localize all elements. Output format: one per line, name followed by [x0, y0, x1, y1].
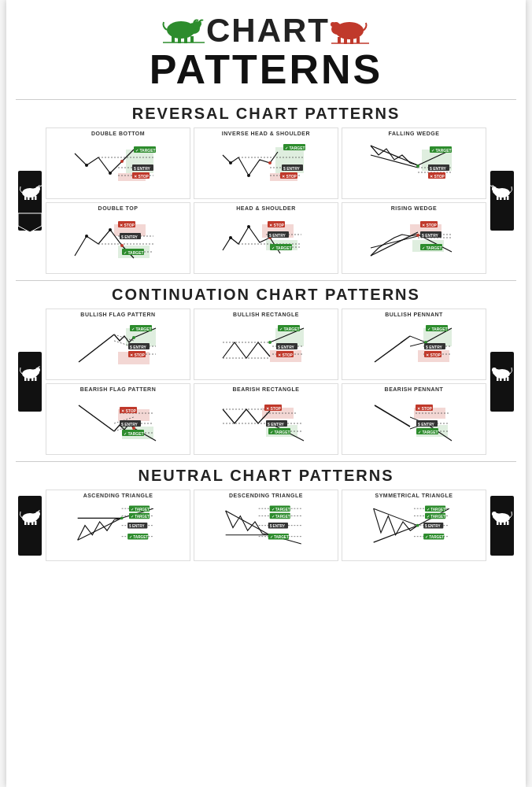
svg-rect-2: [172, 36, 175, 42]
svg-text:$ ENTRY: $ ENTRY: [278, 345, 295, 349]
bull-left-reversal: [16, 169, 44, 232]
svg-text:$ ENTRY: $ ENTRY: [426, 345, 443, 349]
rising-wedge-label: RISING WEDGE: [345, 205, 483, 211]
svg-rect-284: [497, 521, 499, 525]
svg-point-88: [247, 225, 250, 228]
svg-text:✓ TARGET: ✓ TARGET: [131, 515, 150, 519]
svg-text:✕ STOP: ✕ STOP: [417, 406, 433, 411]
svg-text:✓ TARGET: ✓ TARGET: [431, 148, 452, 153]
svg-text:$ ENTRY: $ ENTRY: [268, 422, 285, 427]
bear-right-reversal: [488, 169, 516, 232]
pattern-double-top: DOUBLE TOP ✕ STOP $ ENTRY: [46, 202, 190, 274]
bearish-pennant-label: BEARISH PENNANT: [345, 386, 483, 392]
svg-text:$ ENTRY: $ ENTRY: [425, 524, 441, 528]
pattern-descending-triangle: DESCENDING TRIANGLE ✓ TARGET: [194, 490, 338, 561]
svg-text:✓ TARGET: ✓ TARGET: [418, 430, 438, 434]
pattern-bullish-rectangle: BULLISH RECTANGLE ✓ TARGET $: [194, 309, 338, 380]
pattern-bearish-rectangle: BEARISH RECTANGLE ✕ STOP: [194, 383, 338, 455]
svg-point-16: [331, 22, 335, 27]
svg-rect-223: [507, 377, 509, 381]
svg-rect-220: [497, 377, 499, 381]
bear-icon: [330, 13, 373, 48]
title-chart: CHART: [206, 14, 330, 47]
pattern-falling-wedge: FALLING WEDGE ✓ TARGET $ ENTRY: [342, 127, 486, 199]
inverse-head-shoulder-label: INVERSE HEAD & SHOULDER: [197, 131, 335, 136]
svg-text:✕ STOP: ✕ STOP: [121, 408, 137, 413]
svg-text:✕ STOP: ✕ STOP: [282, 174, 297, 179]
bear-right-neutral: [488, 494, 516, 557]
svg-text:✕ STOP: ✕ STOP: [426, 353, 441, 357]
bull-icon: [159, 13, 206, 49]
svg-rect-123: [31, 377, 34, 381]
svg-text:$ ENTRY: $ ENTRY: [422, 233, 439, 238]
svg-text:$ ENTRY: $ ENTRY: [134, 166, 151, 171]
svg-text:$ ENTRY: $ ENTRY: [430, 166, 447, 171]
neutral-grid: ASCENDING TRIANGLE ✓ TARGET: [16, 490, 516, 561]
svg-text:$ ENTRY: $ ENTRY: [269, 233, 286, 238]
svg-rect-110: [490, 171, 514, 231]
svg-rect-115: [504, 196, 506, 200]
bull-left-neutral: [16, 494, 44, 557]
reversal-patterns-inner: DOUBLE BOTTOM: [46, 127, 486, 274]
svg-point-74: [109, 228, 112, 231]
ascending-triangle-label: ASCENDING TRIANGLE: [49, 493, 187, 498]
svg-rect-231: [35, 521, 37, 525]
continuation-section-title: CONTINUATION CHART PATTERNS: [16, 280, 516, 304]
svg-point-7: [198, 21, 201, 26]
double-bottom-label: DOUBLE BOTTOM: [49, 131, 187, 136]
pattern-ascending-triangle: ASCENDING TRIANGLE ✓ TARGET: [46, 490, 190, 561]
svg-point-32: [85, 164, 88, 167]
svg-rect-118: [18, 352, 42, 412]
svg-line-203: [375, 405, 410, 427]
svg-text:✓ TARGET: ✓ TARGET: [124, 250, 144, 255]
pattern-inverse-head-shoulder: INVERSE HEAD & SHOULDER ✓ TARGET: [194, 127, 338, 199]
svg-text:✓ TARGET: ✓ TARGET: [427, 515, 445, 519]
svg-rect-14: [357, 37, 360, 43]
svg-text:$ ENTRY: $ ENTRY: [270, 524, 286, 528]
svg-point-232: [35, 512, 40, 516]
svg-point-240: [120, 516, 124, 519]
svg-text:✓ TARGET: ✓ TARGET: [272, 508, 290, 512]
svg-point-48: [268, 161, 272, 164]
pattern-bullish-pennant: BULLISH PENNANT ✓ TARGET: [342, 309, 486, 380]
svg-rect-225: [18, 496, 42, 556]
pattern-head-shoulder: HEAD & SHOULDER ✕ STOP $ ENTRY: [194, 202, 338, 274]
svg-rect-114: [500, 196, 502, 200]
svg-text:✕ STOP: ✕ STOP: [120, 223, 135, 227]
pattern-symmetrical-triangle: SYMMETRICAL TRIANGLE ✓ TARGET: [342, 490, 486, 561]
svg-text:✓ TARGET: ✓ TARGET: [131, 327, 152, 331]
continuation-patterns-inner: BULLISH FLAG PATTERN: [46, 309, 486, 455]
svg-rect-23: [31, 196, 34, 200]
svg-text:✓ TARGET: ✓ TARGET: [272, 515, 290, 519]
svg-rect-124: [35, 377, 37, 381]
svg-text:✕ STOP: ✕ STOP: [422, 223, 438, 227]
bullish-rectangle-label: BULLISH RECTANGLE: [197, 312, 335, 317]
continuation-grid: BULLISH FLAG PATTERN: [16, 309, 516, 455]
svg-line-56: [371, 146, 418, 165]
svg-text:✓ TARGET: ✓ TARGET: [427, 327, 448, 331]
head-shoulder-label: HEAD & SHOULDER: [197, 205, 335, 211]
header: CHART: [16, 13, 516, 49]
svg-text:✓ TARGET: ✓ TARGET: [272, 246, 292, 250]
title-patterns: PATTERNS: [16, 46, 516, 93]
svg-text:✓ TARGET: ✓ TARGET: [279, 327, 300, 331]
bearish-rectangle-label: BEARISH RECTANGLE: [197, 386, 335, 392]
svg-text:✕ STOP: ✕ STOP: [134, 174, 150, 179]
svg-point-33: [109, 172, 112, 175]
neutral-section-title: NEUTRAL CHART PATTERNS: [16, 461, 516, 485]
svg-rect-116: [507, 196, 509, 200]
svg-line-254: [226, 511, 270, 535]
svg-rect-5: [190, 36, 194, 42]
svg-text:$ ENTRY: $ ENTRY: [283, 166, 301, 171]
svg-text:$ ENTRY: $ ENTRY: [129, 524, 145, 528]
svg-point-272: [416, 524, 419, 527]
svg-rect-281: [490, 496, 514, 556]
svg-rect-222: [504, 377, 506, 381]
svg-point-132: [132, 336, 135, 339]
pattern-bullish-flag: BULLISH FLAG PATTERN: [46, 309, 190, 380]
svg-rect-221: [500, 377, 502, 381]
svg-text:✕ STOP: ✕ STOP: [266, 406, 282, 411]
svg-rect-24: [35, 196, 37, 200]
svg-rect-287: [507, 521, 509, 525]
svg-rect-228: [24, 521, 27, 525]
